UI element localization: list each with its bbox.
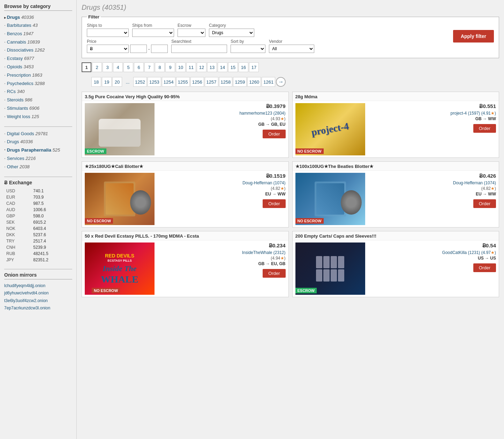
- sidebar-item-ecstasy[interactable]: Ecstasy 6977: [4, 54, 72, 63]
- escrow-group: Escrow: [178, 23, 205, 37]
- sidebar-item-weightloss[interactable]: Weight loss 125: [4, 113, 72, 121]
- product-vendor-3[interactable]: Doug-Heffernan (1074): [157, 180, 286, 185]
- page-1259[interactable]: 1259: [233, 77, 247, 87]
- filter-legend: Filter: [87, 14, 101, 20]
- page-19[interactable]: 19: [102, 77, 112, 87]
- onion-link-1[interactable]: lchudifyeqm4ldjj.onion: [4, 282, 72, 290]
- sidebar-item-psychedelics[interactable]: Psychedelics 3288: [4, 79, 72, 88]
- price-currency-select[interactable]: Ƀ: [87, 45, 129, 53]
- price-max-input[interactable]: [151, 45, 168, 53]
- searchtext-input[interactable]: [171, 45, 227, 53]
- apply-filter-button[interactable]: Apply filter: [453, 30, 494, 43]
- page-20[interactable]: 20: [112, 77, 122, 87]
- escrow-badge-5: NO ESCROW: [92, 288, 120, 293]
- page-7[interactable]: 7: [144, 62, 154, 72]
- ships-to-label: Ships to: [87, 23, 129, 28]
- page-10[interactable]: 10: [176, 62, 186, 72]
- vendor-select[interactable]: All: [269, 45, 314, 53]
- page-5[interactable]: 5: [123, 62, 133, 72]
- page-4[interactable]: 4: [113, 62, 123, 72]
- page-1252[interactable]: 1252: [133, 77, 147, 87]
- escrow-badge-4: NO ESCROW: [295, 218, 324, 224]
- exchange-section: Ƀ Exchange USD740.1 EUR703.9 CAD987.5 AU…: [4, 180, 72, 263]
- sidebar-item-rcs[interactable]: RCs 340: [4, 87, 72, 96]
- sidebar-item-dissociatives[interactable]: Dissociatives 1262: [4, 46, 72, 54]
- page-1257[interactable]: 1257: [205, 77, 218, 87]
- sortby-label: Sort by: [231, 39, 265, 44]
- product-vendor-1[interactable]: hammerhome123 (2804): [157, 111, 286, 116]
- product-body-1: ESCROW Ƀ0.3979 hammerhome123 (2804) (4.9…: [82, 101, 288, 157]
- product-vendor-5[interactable]: InsideTheWhale (2312): [157, 250, 286, 255]
- sidebar-item-opioids[interactable]: Opioids 3453: [4, 63, 72, 71]
- page-1255[interactable]: 1255: [176, 77, 190, 87]
- product-price-2: Ƀ0.551: [368, 103, 496, 109]
- page-1253[interactable]: 1253: [148, 77, 161, 87]
- order-button-1[interactable]: Order: [263, 130, 285, 138]
- onion-link-3[interactable]: t3e6ly3uoif4zcw2.onion: [4, 297, 72, 305]
- page-6[interactable]: 6: [134, 62, 144, 72]
- product-title-1: 3.5g Pure Cocaine Very High Quality 90-9…: [82, 92, 288, 101]
- sidebar-item-stimulants[interactable]: Stimulants 6906: [4, 104, 72, 113]
- page-1256[interactable]: 1256: [190, 77, 204, 87]
- sidebar-item-steroids[interactable]: Steroids 986: [4, 96, 72, 104]
- onion-mirrors-section: Onion mirrors lchudifyeqm4ldjj.onion jd6…: [4, 272, 72, 312]
- sortby-select[interactable]: [231, 45, 265, 53]
- sidebar-item-prescription[interactable]: Prescription 1863: [4, 71, 72, 79]
- page-1260[interactable]: 1260: [247, 77, 261, 87]
- product-body-2: project-4 NO ESCROW Ƀ0.551 project-4 (15…: [293, 101, 499, 157]
- page-17[interactable]: 17: [249, 62, 259, 72]
- ships-to-select[interactable]: [87, 29, 129, 37]
- product-image-1: ESCROW: [85, 103, 155, 155]
- product-vendor-6[interactable]: GoodCatKilla (1231) (4.97★): [368, 250, 496, 255]
- page-1254[interactable]: 1254: [162, 77, 175, 87]
- product-vendor-2[interactable]: project-4 (1597) (4.91★): [368, 111, 496, 116]
- order-button-3[interactable]: Order: [263, 199, 285, 208]
- onion-link-2[interactable]: jd6yhuwcivehvdt4.onion: [4, 290, 72, 297]
- searchtext-label: Searchtext: [171, 39, 227, 44]
- page-18[interactable]: 18: [91, 77, 101, 87]
- product-rating-1: (4.93★): [157, 116, 286, 121]
- currency-eur: EUR: [5, 194, 31, 200]
- sidebar-item-cannabis[interactable]: Cannabis 10839: [4, 38, 72, 46]
- product-vendor-4[interactable]: Doug-Heffernan (1074): [368, 180, 496, 185]
- escrow-select[interactable]: [178, 29, 205, 37]
- sidebar-item-drugs-paraphernalia[interactable]: Drugs Paraphernalia 525: [4, 146, 72, 154]
- sidebar-item-barbiturates[interactable]: Barbiturates 43: [4, 21, 72, 30]
- currency-nok: NOK: [5, 226, 31, 231]
- escrow-badge-1: ESCROW: [85, 148, 106, 154]
- rate-sek: 6915.2: [32, 220, 72, 225]
- page-12[interactable]: 12: [197, 62, 206, 72]
- page-1261[interactable]: 1261: [262, 77, 275, 87]
- order-button-6[interactable]: Order: [473, 263, 496, 272]
- escrow-badge-3: NO ESCROW: [85, 218, 113, 224]
- page-13[interactable]: 13: [207, 62, 217, 72]
- price-min-input[interactable]: [130, 45, 147, 53]
- sidebar-item-drugs-top[interactable]: Drugs 40336: [4, 138, 72, 146]
- page-1258[interactable]: 1258: [219, 77, 233, 87]
- onion-link-4[interactable]: 7ep7acrkunzdcw3l.onion: [4, 305, 72, 312]
- sidebar-item-digital-goods[interactable]: Digital Goods 29781: [4, 130, 72, 138]
- currency-try: TRY: [5, 238, 31, 244]
- page-14[interactable]: 14: [218, 62, 227, 72]
- exchange-row-usd: USD740.1: [5, 188, 72, 194]
- page-3[interactable]: 3: [103, 62, 112, 72]
- sidebar-item-drugs-active[interactable]: Drugs 40336: [4, 14, 72, 21]
- page-1[interactable]: 1: [82, 62, 91, 72]
- order-button-2[interactable]: Order: [473, 124, 496, 133]
- order-button-5[interactable]: Order: [263, 269, 285, 278]
- page-9[interactable]: 9: [165, 62, 175, 72]
- order-button-4[interactable]: Order: [473, 199, 496, 208]
- sidebar-item-benzos[interactable]: Benzos 1947: [4, 30, 72, 38]
- page-16[interactable]: 16: [239, 62, 248, 72]
- page-15[interactable]: 15: [228, 62, 238, 72]
- sidebar-item-other[interactable]: Other 2038: [4, 163, 72, 171]
- page-11[interactable]: 11: [186, 62, 196, 72]
- currency-sek: SEK: [5, 220, 31, 225]
- next-page-button[interactable]: →: [276, 77, 286, 87]
- category-select[interactable]: Drugs: [209, 29, 254, 37]
- product-info-2: Ƀ0.551 project-4 (1597) (4.91★) GB → WW …: [368, 103, 496, 155]
- sidebar-item-services[interactable]: Services 2216: [4, 154, 72, 163]
- ships-from-select[interactable]: [132, 29, 174, 37]
- page-8[interactable]: 8: [155, 62, 165, 72]
- page-2[interactable]: 2: [92, 62, 102, 72]
